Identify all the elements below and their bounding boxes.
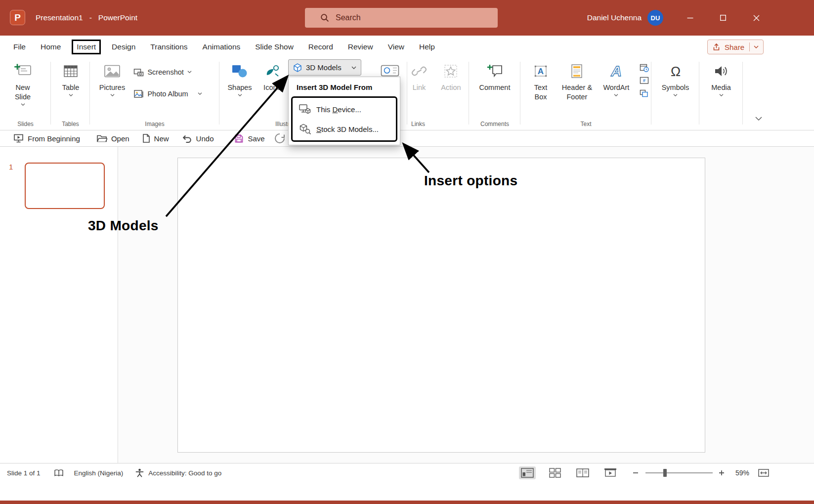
menu-item-stock-3d-models[interactable]: Stock 3D Models... — [293, 119, 396, 139]
maximize-button[interactable] — [712, 0, 734, 36]
object-button[interactable] — [640, 89, 649, 98]
pictures-button[interactable]: Pictures — [97, 58, 128, 96]
annotation-3d-models-label: 3D Models — [88, 218, 159, 234]
ribbon: New Slide Slides Table Tables — [0, 58, 814, 130]
zoom-out-button[interactable] — [633, 470, 639, 476]
zoom-level[interactable]: 59% — [735, 469, 749, 477]
tab-home[interactable]: Home — [41, 42, 61, 51]
reading-view-button[interactable] — [574, 466, 591, 479]
new-slide-icon — [14, 62, 32, 81]
logo-letter: P — [14, 12, 21, 23]
zoom-slider[interactable] — [645, 472, 713, 473]
tab-transitions[interactable]: Transitions — [150, 42, 187, 51]
tab-slide-show[interactable]: Slide Show — [255, 42, 294, 51]
tab-record[interactable]: Record — [308, 42, 333, 51]
qat-from-beginning-button[interactable]: From Beginning — [13, 133, 80, 143]
accessibility-status[interactable]: Accessibility: Good to go — [148, 469, 221, 477]
collapse-ribbon-icon[interactable] — [754, 116, 764, 122]
close-button[interactable] — [745, 0, 768, 36]
menu-header: Insert 3D Model From — [289, 77, 400, 95]
minimize-button[interactable] — [679, 0, 701, 36]
search-input[interactable] — [336, 13, 479, 22]
powerpoint-window: P Presentation1 - PowerPoint Daniel Uche… — [0, 0, 814, 504]
3d-models-dropdown: 3D Models Insert 3D Model From This Devi… — [288, 59, 400, 145]
shapes-label: Shapes — [227, 83, 252, 92]
titlebar: P Presentation1 - PowerPoint Daniel Uche… — [0, 0, 814, 36]
slide-info[interactable]: Slide 1 of 1 — [7, 469, 41, 477]
spell-check-icon[interactable] — [54, 469, 64, 477]
tab-design[interactable]: Design — [112, 42, 135, 51]
share-button[interactable]: Share — [707, 40, 764, 54]
zoom-slider-thumb[interactable] — [663, 469, 667, 477]
3d-models-menu: Insert 3D Model From This Device... — [288, 77, 400, 145]
icons-button[interactable]: Icons — [258, 58, 286, 92]
zoom-in-button[interactable] — [719, 470, 725, 476]
slide-thumbnail[interactable] — [25, 163, 105, 209]
omega-icon: Ω — [668, 62, 683, 81]
qat-new-button[interactable]: New — [142, 133, 169, 143]
slide-sorter-button[interactable] — [547, 466, 563, 479]
media-button[interactable]: Media — [706, 58, 736, 96]
tab-file[interactable]: File — [13, 42, 26, 51]
fit-slide-to-window-button[interactable] — [758, 468, 769, 477]
new-slide-label: New Slide — [11, 83, 34, 102]
slideshow-button[interactable] — [602, 466, 619, 479]
redo-icon — [274, 132, 286, 144]
normal-view-button[interactable] — [519, 466, 536, 479]
photo-album-icon — [133, 89, 144, 98]
text-box-label: Text Box — [530, 83, 551, 102]
text-box-button[interactable]: A Text Box — [525, 58, 556, 102]
language-button[interactable]: English (Nigeria) — [74, 469, 124, 477]
annotation-box-menu-items: This Device... Stock 3D Models... — [291, 96, 397, 142]
table-label: Table — [62, 83, 80, 92]
slide-number-button[interactable]: # — [640, 76, 649, 85]
share-label: Share — [725, 43, 744, 51]
ribbon-group-symbols: Ω Symbols — [651, 58, 699, 130]
slide-thumbnail-panel: 1 — [0, 147, 118, 463]
header-footer-label: Header & Footer — [561, 83, 592, 102]
slide-number-icon: # — [640, 77, 649, 84]
wordart-button[interactable]: A WordArt — [598, 58, 635, 96]
chevron-down-icon — [21, 103, 25, 106]
avatar[interactable]: DU — [647, 10, 663, 26]
header-footer-button[interactable]: Header & Footer — [558, 58, 596, 102]
tab-help[interactable]: Help — [419, 42, 435, 51]
screenshot-button[interactable]: Screenshot — [133, 65, 202, 79]
qat-save-button[interactable]: Save — [234, 134, 264, 143]
icons-icon — [263, 62, 280, 81]
ribbon-group-links: Link Action Links — [407, 58, 469, 130]
tab-view[interactable]: View — [388, 42, 404, 51]
symbols-button[interactable]: Ω Symbols — [658, 58, 693, 96]
qat-undo-button[interactable]: Undo — [181, 134, 214, 143]
date-time-button[interactable] — [640, 63, 649, 72]
shapes-icon — [231, 62, 248, 81]
comment-button[interactable]: Comment — [476, 58, 513, 92]
powerpoint-logo[interactable]: P — [10, 10, 25, 25]
ribbon-group-media: Media — [699, 58, 743, 130]
tab-insert[interactable]: Insert — [72, 40, 101, 54]
3d-models-button[interactable]: 3D Models — [288, 59, 361, 76]
group-label-tables: Tables — [51, 121, 90, 127]
photo-album-button[interactable]: Photo Album — [133, 86, 202, 101]
wordart-label: WordArt — [603, 83, 629, 92]
qat-redo-button[interactable] — [274, 132, 286, 144]
tab-review[interactable]: Review — [348, 42, 373, 51]
close-icon — [753, 15, 760, 21]
group-label-images: Images — [90, 121, 219, 127]
statusbar: Slide 1 of 1 English (Nigeria) Accessibi… — [0, 463, 814, 482]
action-icon — [443, 62, 459, 81]
share-divider — [749, 42, 750, 51]
chevron-down-icon — [673, 94, 678, 96]
group-label-text: Text — [520, 121, 651, 127]
qat-open-button[interactable]: Open — [96, 134, 129, 143]
menu-item-this-device[interactable]: This Device... — [293, 99, 396, 119]
new-slide-button[interactable]: New Slide — [11, 58, 34, 106]
slideshow-icon — [604, 468, 617, 478]
search-box[interactable] — [305, 8, 498, 28]
chevron-down-icon — [754, 45, 759, 48]
tab-animations[interactable]: Animations — [203, 42, 241, 51]
reading-view-icon — [576, 468, 589, 478]
shapes-button[interactable]: Shapes — [225, 58, 254, 96]
slide-surface[interactable] — [177, 158, 705, 453]
table-button[interactable]: Table — [56, 58, 85, 96]
